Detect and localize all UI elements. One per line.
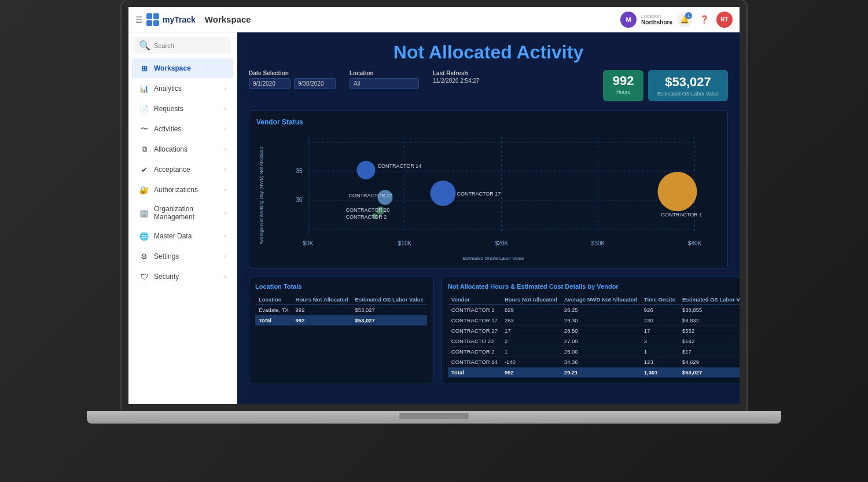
svg-text:CONTRACTOR 1: CONTRACTOR 1 [661, 212, 703, 218]
cell-total-hours: 992 [292, 315, 352, 326]
svg-text:CONTRACTOR 2: CONTRACTOR 2 [346, 214, 387, 220]
sidebar-item-label: Allocations [154, 145, 225, 153]
x-axis-label: Estimated Onsite Labor Value [266, 256, 720, 261]
location-input[interactable] [350, 78, 419, 89]
table-cell: 29.30 [561, 315, 641, 326]
vendor-table: Vendor Hours Not Allocated Average NWD N… [448, 295, 740, 378]
kpi-labor-card: $53,027 Estimated OS Labor Value [648, 70, 728, 101]
kpi-hours-label: Hours [611, 89, 635, 95]
sidebar-item-settings[interactable]: ⚙ Settings › [132, 246, 233, 266]
logo-text: myTrack [163, 15, 196, 24]
date-selection-group: Date Selection [249, 70, 336, 89]
table-cell: 283 [501, 315, 561, 326]
table-cell: 123 [641, 357, 679, 367]
search-input[interactable] [154, 42, 226, 49]
chevron-right-icon: › [225, 106, 226, 112]
date-start-input[interactable] [249, 78, 290, 89]
hamburger-icon[interactable]: ☰ [135, 15, 143, 24]
laptop-bottom [87, 411, 781, 424]
location-label: Location [350, 70, 419, 76]
cell-labor: $53,027 [352, 305, 427, 315]
org-mgmt-icon: 🏢 [139, 208, 149, 218]
sidebar-item-label: Requests [154, 105, 225, 113]
table-cell: CONTRACTOR 1 [448, 305, 501, 315]
help-button[interactable]: ❓ [697, 12, 712, 27]
vendor-details-table: Not Allocated Hours & Estimated Cost Det… [442, 277, 740, 384]
table-cell: $38,855 [679, 305, 740, 315]
sidebar-item-label: Master Data [154, 232, 225, 240]
sidebar-item-analytics[interactable]: 📊 Analytics › [132, 79, 233, 98]
table-cell: $552 [679, 326, 740, 336]
topbar-right: M Location Northshore 🔔 1 ❓ RT [620, 12, 733, 28]
sidebar-item-org-mgmt[interactable]: 🏢 Organization Management › [132, 200, 233, 226]
sidebar-item-acceptance[interactable]: ✔ Acceptance › [132, 160, 233, 179]
date-end-input[interactable] [294, 78, 336, 89]
search-icon: 🔍 [139, 40, 150, 51]
table-total-row: Total99229.211,301$53,027 [448, 367, 740, 378]
date-label: Date Selection [249, 70, 336, 76]
chevron-right-icon: › [225, 233, 226, 239]
controls-row: Date Selection Location Last Refresh [249, 70, 728, 101]
table-cell: 28.50 [561, 326, 641, 336]
topbar: ☰ myTrack Workspace M Location Northshor… [128, 7, 740, 32]
sidebar-item-requests[interactable]: 📄 Requests › [132, 99, 233, 119]
acceptance-icon: ✔ [139, 164, 149, 175]
col-header-hours-na: Hours Not Allocated [501, 295, 561, 305]
svg-text:CONTRACTOR 17: CONTRACTOR 17 [457, 191, 501, 197]
cell-hours: 992 [292, 305, 352, 315]
sidebar-item-label: Analytics [154, 84, 225, 93]
svg-text:$30K: $30K [591, 240, 605, 246]
analytics-icon: 📊 [139, 83, 149, 94]
table-total-cell: $53,027 [679, 367, 740, 378]
security-icon: 🛡 [139, 271, 149, 282]
sidebar-search[interactable]: 🔍 [134, 37, 231, 54]
topbar-title: Workspace [205, 14, 620, 24]
location-totals-table: Location Totals Location Hours Not Alloc… [249, 277, 433, 384]
col-header-time-onsite: Time Onsite [641, 295, 679, 305]
main-area: 🔍 ⊞ Workspace 📊 Analytics › 📄 Req [128, 32, 740, 404]
vendor-table-body: CONTRACTOR 182928.25926$38,855CONTRACTOR… [448, 305, 740, 378]
cell-location: Evadale, TX [255, 305, 292, 315]
kpi-labor-label: Estimated OS Labor Value [657, 91, 719, 97]
allocations-icon: ⧉ [139, 144, 149, 154]
col-header-est-labor: Estimated OS Labor Value [679, 295, 740, 305]
table-cell: 926 [641, 305, 679, 315]
sidebar-item-label: Workspace [154, 64, 226, 72]
activities-icon: 〜 [139, 124, 149, 134]
table-cell: CONTRACTO 20 [448, 336, 501, 347]
table-cell: 26.00 [561, 347, 641, 357]
table-cell: 28.25 [561, 305, 641, 315]
sidebar-item-security[interactable]: 🛡 Security › [132, 267, 233, 286]
user-avatar-rt[interactable]: RT [716, 12, 733, 28]
user-avatar-m[interactable]: M [620, 12, 637, 28]
laptop-frame: ☰ myTrack Workspace M Location Northshor… [0, 0, 868, 482]
table-total-cell: 1,301 [641, 367, 679, 378]
sidebar-item-workspace[interactable]: ⊞ Workspace [132, 58, 233, 78]
chevron-right-icon: › [225, 187, 226, 193]
table-cell: -140 [501, 357, 561, 367]
col-header-location: Location [255, 295, 292, 305]
chevron-right-icon: › [225, 210, 226, 216]
sidebar-item-activities[interactable]: 〜 Activities › [132, 119, 233, 139]
sidebar-item-label: Settings [154, 252, 225, 260]
kpi-labor-value: $53,027 [657, 75, 719, 90]
notifications-button[interactable]: 🔔 1 [677, 12, 692, 27]
grid-icon[interactable] [146, 13, 159, 26]
master-data-icon: 🌐 [139, 231, 149, 241]
table-total-cell: Total [448, 367, 501, 378]
laptop-screen: ☰ myTrack Workspace M Location Northshor… [122, 0, 746, 411]
authorizations-icon: 🔐 [139, 185, 149, 195]
svg-text:CONTRACTOR 20: CONTRACTOR 20 [346, 207, 390, 213]
last-refresh: Last Refresh 11/2/2020 2:54:27 [433, 70, 480, 84]
sidebar-item-authorizations[interactable]: 🔐 Authorizations › [132, 180, 233, 200]
settings-icon: ⚙ [139, 251, 149, 262]
page-title: Not Allocated Activity [249, 42, 728, 63]
notification-badge: 1 [685, 12, 692, 19]
chevron-right-icon: › [225, 126, 226, 132]
sidebar-item-allocations[interactable]: ⧉ Allocations › [132, 139, 233, 159]
table-row: CONTRACTOR 182928.25926$38,855 [448, 305, 740, 315]
location-table-body: Evadale, TX 992 $53,027 Total 992 $53,02… [255, 305, 427, 326]
sidebar-item-master-data[interactable]: 🌐 Master Data › [132, 226, 233, 246]
kpi-hours-value: 992 [611, 75, 635, 87]
chevron-right-icon: › [225, 86, 226, 91]
